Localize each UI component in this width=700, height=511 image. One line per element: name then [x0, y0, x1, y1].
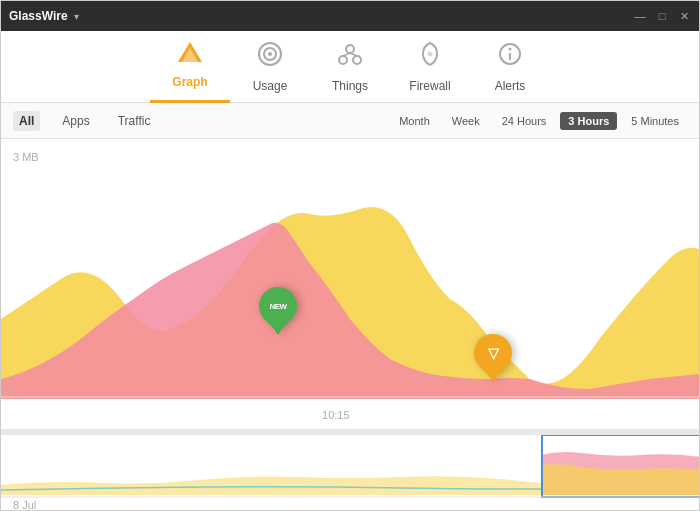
app-marker-pin[interactable]: ▽ — [474, 334, 512, 382]
filter-apps-button[interactable]: Apps — [56, 111, 95, 131]
firewall-icon — [417, 41, 443, 71]
toolbar-timeframes: Month Week 24 Hours 3 Hours 5 Minutes — [391, 112, 687, 130]
mini-chart-date-label: 8 Jul — [13, 499, 36, 511]
usage-icon — [257, 41, 283, 71]
app-marker-label: ▽ — [488, 345, 499, 361]
timeframe-month-button[interactable]: Month — [391, 112, 438, 130]
main-chart-svg — [1, 139, 699, 429]
alerts-icon — [497, 41, 523, 71]
title-bar: GlassWire ▾ — □ ✕ — [1, 1, 699, 31]
svg-point-7 — [353, 56, 361, 64]
new-marker-pin[interactable]: NEW — [259, 287, 297, 335]
svg-point-4 — [268, 52, 272, 56]
timeframe-24hours-button[interactable]: 24 Hours — [494, 112, 555, 130]
svg-line-9 — [350, 53, 357, 56]
svg-point-5 — [346, 45, 354, 53]
filter-traffic-button[interactable]: Traffic — [112, 111, 157, 131]
nav-tabs: Graph Usage Things — [1, 31, 699, 103]
close-button[interactable]: ✕ — [677, 9, 691, 23]
svg-point-11 — [509, 47, 512, 50]
tab-alerts[interactable]: Alerts — [470, 31, 550, 103]
tab-things-label: Things — [332, 79, 368, 93]
svg-line-8 — [343, 53, 350, 56]
tab-firewall-label: Firewall — [409, 79, 450, 93]
timeframe-3hours-button[interactable]: 3 Hours — [560, 112, 617, 130]
timeframe-week-button[interactable]: Week — [444, 112, 488, 130]
filter-all-button[interactable]: All — [13, 111, 40, 131]
app-title: GlassWire — [9, 9, 68, 23]
mini-chart-svg — [1, 435, 699, 505]
toolbar-filters: All Apps Traffic — [13, 111, 156, 131]
graph-icon — [177, 41, 203, 67]
tab-graph-label: Graph — [172, 75, 207, 89]
tab-firewall[interactable]: Firewall — [390, 31, 470, 103]
tab-alerts-label: Alerts — [495, 79, 526, 93]
timeframe-5minutes-button[interactable]: 5 Minutes — [623, 112, 687, 130]
toolbar: All Apps Traffic Month Week 24 Hours 3 H… — [1, 103, 699, 139]
main-chart-area: 3 MB NEW ▽ 10:15 — [1, 139, 699, 429]
chart-time-label: 10:15 — [322, 409, 350, 421]
minimize-button[interactable]: — — [633, 9, 647, 23]
title-bar-left: GlassWire ▾ — [9, 9, 79, 23]
maximize-button[interactable]: □ — [655, 9, 669, 23]
title-bar-chevron-icon[interactable]: ▾ — [74, 11, 79, 22]
title-bar-controls: — □ ✕ — [633, 9, 691, 23]
mini-chart-area: 8 Jul — [1, 435, 699, 511]
tab-things[interactable]: Things — [310, 31, 390, 103]
new-marker-label: NEW — [269, 302, 286, 311]
tab-usage[interactable]: Usage — [230, 31, 310, 103]
tab-usage-label: Usage — [253, 79, 288, 93]
tab-graph[interactable]: Graph — [150, 31, 230, 103]
things-icon — [337, 41, 363, 71]
svg-point-6 — [339, 56, 347, 64]
